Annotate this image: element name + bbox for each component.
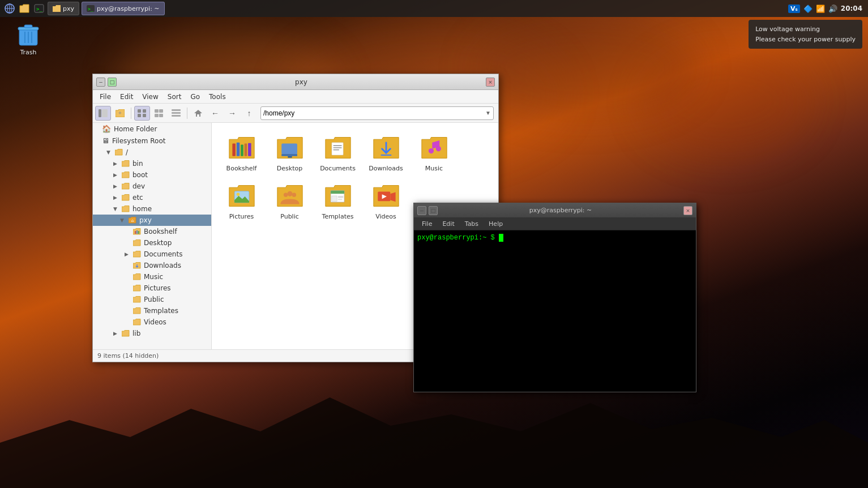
file-label-downloads: Downloads [369, 165, 403, 172]
sidebar-item-etc[interactable]: ▶ etc [93, 192, 211, 203]
expand-arrow-boot: ▶ [113, 172, 119, 178]
sidebar-item-home-folder[interactable]: 🏠 Home Folder [93, 123, 211, 135]
folder-icon-public [133, 296, 141, 303]
panel-toggle-button[interactable] [95, 106, 111, 121]
bluetooth-tray-icon[interactable]: 🔷 [803, 5, 813, 13]
terminal-menubar: File Edit Tabs Help [414, 218, 696, 230]
compact-view-button[interactable] [151, 106, 167, 121]
sidebar-item-label: Videos [144, 318, 166, 326]
sidebar-item-boot[interactable]: ▶ boot [93, 169, 211, 181]
wifi-tray-icon[interactable]: 📶 [816, 5, 825, 13]
taskbar-pxy-folder[interactable]: pxy [48, 2, 79, 15]
sidebar-item-pxy[interactable]: ▼ ⌂ pxy [93, 215, 211, 226]
svg-rect-38 [281, 154, 297, 156]
sidebar-item-label: boot [132, 171, 148, 179]
file-item-bookshelf[interactable]: Bookshelf [217, 129, 266, 177]
expand-arrow-home: ▼ [113, 206, 119, 212]
sidebar-item-lib[interactable]: ▶ lib [93, 328, 211, 339]
sidebar-item-downloads[interactable]: ▶ Downloads [93, 260, 211, 271]
forward-button[interactable]: → [224, 106, 240, 121]
terminal-menu-tabs[interactable]: Tabs [460, 219, 483, 229]
toolbar-separator-1 [131, 108, 131, 119]
file-label-templates: Templates [322, 213, 354, 220]
system-tray: Vₛ 🔷 📶 🔊 20:04 [788, 5, 866, 13]
vs-tray-icon[interactable]: Vₛ [788, 5, 800, 13]
terminal-taskbar-icon[interactable]: >_ [33, 2, 45, 15]
file-manager-titlebar: − □ pxy × [93, 74, 498, 90]
svg-rect-39 [288, 156, 292, 158]
sidebar-item-home[interactable]: ▼ home [93, 203, 211, 215]
file-manager-sidebar: 🏠 Home Folder 🖥 Filesystem Root ▼ / ▶ bi… [93, 123, 212, 349]
new-folder-button[interactable]: + [112, 106, 128, 121]
file-item-downloads[interactable]: Downloads [362, 129, 410, 177]
minimize-button[interactable]: − [96, 78, 105, 87]
terminal-minimize-button[interactable]: − [417, 206, 426, 215]
home-button[interactable] [190, 106, 206, 121]
svg-rect-33 [236, 143, 240, 156]
folder-taskbar-icon[interactable] [18, 2, 31, 15]
expand-arrow-dev: ▶ [113, 183, 119, 189]
svg-rect-53 [331, 191, 344, 194]
sidebar-item-music[interactable]: ▶ Music [93, 271, 211, 282]
terminal-menu-help[interactable]: Help [484, 219, 507, 229]
up-button[interactable]: ↑ [241, 106, 257, 121]
menu-view[interactable]: View [138, 92, 163, 102]
window-close-controls: × [486, 78, 495, 87]
maximize-button[interactable]: □ [108, 78, 117, 87]
file-item-pictures[interactable]: Pictures [217, 177, 266, 225]
menu-file[interactable]: File [95, 92, 116, 102]
menu-edit[interactable]: Edit [116, 92, 138, 102]
sidebar-item-pictures[interactable]: ▶ Pictures [93, 282, 211, 294]
address-dropdown-button[interactable]: ▼ [485, 110, 491, 116]
svg-point-51 [292, 192, 296, 196]
sidebar-item-label: dev [132, 182, 145, 190]
svg-rect-55 [338, 196, 343, 198]
menu-tools[interactable]: Tools [204, 92, 230, 102]
trash-desktop-icon[interactable]: Trash [11, 23, 45, 56]
sidebar-item-desktop[interactable]: ▶ Desktop [93, 237, 211, 249]
volume-tray-icon[interactable]: 🔊 [828, 5, 837, 13]
file-item-public[interactable]: Public [266, 177, 314, 225]
file-label-pictures: Pictures [229, 213, 254, 220]
sidebar-item-dev[interactable]: ▶ dev [93, 181, 211, 192]
sidebar-item-documents[interactable]: ▶ Documents [93, 249, 211, 260]
close-button[interactable]: × [486, 78, 495, 87]
terminal-maximize-button[interactable]: □ [429, 206, 438, 215]
sidebar-item-templates[interactable]: ▶ Templates [93, 305, 211, 316]
file-item-templates[interactable]: Templates [314, 177, 362, 225]
file-item-music[interactable]: Music [410, 129, 458, 177]
terminal-menu-edit[interactable]: Edit [438, 219, 459, 229]
globe-taskbar-icon[interactable] [3, 2, 16, 15]
file-icon-downloads [371, 133, 401, 162]
terminal-menu-file[interactable]: File [417, 219, 437, 229]
menu-sort[interactable]: Sort [163, 92, 186, 102]
sidebar-item-root[interactable]: ▼ / [93, 147, 211, 158]
sidebar-item-bookshelf[interactable]: ▶ Bookshelf [93, 226, 211, 237]
folder-icon-root [115, 149, 123, 156]
svg-point-46 [435, 146, 441, 151]
file-item-documents[interactable]: Documents [314, 129, 362, 177]
folder-icon-lib [122, 330, 130, 337]
sidebar-item-public[interactable]: ▶ Public [93, 294, 211, 305]
folder-icon-bookshelf [133, 228, 141, 235]
address-bar-wrapper: ▼ [260, 106, 494, 120]
menu-go[interactable]: Go [186, 92, 204, 102]
file-item-videos[interactable]: Videos [362, 177, 410, 225]
icon-view-button[interactable] [134, 106, 150, 121]
taskbar-terminal-btn[interactable]: >_ pxy@raspberrypi: ~ [82, 2, 165, 15]
folder-icon-dev [122, 183, 130, 190]
terminal-close-button[interactable]: × [683, 206, 692, 215]
address-bar[interactable] [263, 109, 485, 117]
back-button[interactable]: ← [207, 106, 223, 121]
window-controls: − □ [96, 78, 117, 87]
sidebar-pxy-label: pxy [139, 216, 152, 224]
file-manager-menubar: File Edit View Sort Go Tools [93, 90, 498, 104]
sidebar-item-bin[interactable]: ▶ bin [93, 158, 211, 169]
sidebar-item-filesystem-root[interactable]: 🖥 Filesystem Root [93, 135, 211, 147]
svg-rect-56 [338, 199, 342, 200]
sidebar-item-videos[interactable]: ▶ Videos [93, 316, 211, 328]
list-view-button[interactable] [168, 106, 184, 121]
file-item-desktop[interactable]: Desktop [266, 129, 314, 177]
expand-arrow-pxy: ▼ [120, 217, 126, 223]
svg-rect-36 [248, 143, 251, 156]
